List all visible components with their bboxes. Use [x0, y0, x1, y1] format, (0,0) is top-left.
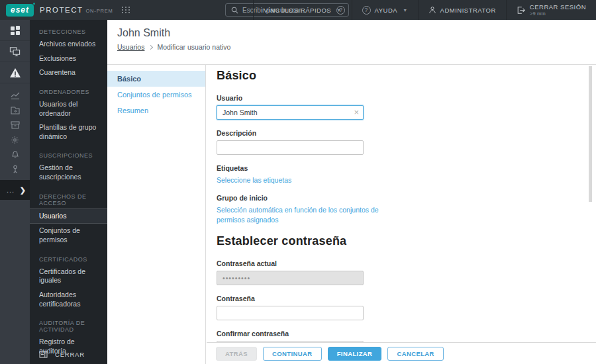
- top-bar: eset PROTECT ON-PREM ? VÍNCULOS RÁPIDOS …: [0, 0, 596, 20]
- menu-section-header: ORDENADORES: [30, 80, 107, 97]
- sidebar-menu: DETECCIONES Archivos enviados Exclusione…: [30, 20, 107, 364]
- breadcrumb: Usuarios Modificar usuario nativo: [117, 43, 596, 51]
- user-icon: [428, 6, 436, 14]
- collapse-icon: [39, 351, 48, 358]
- session-timer: >9 min: [530, 11, 586, 17]
- section-heading-basico: Básico: [217, 69, 596, 83]
- sidebar-item-archivos-enviados[interactable]: Archivos enviados: [30, 37, 107, 52]
- quick-links-menu[interactable]: VÍNCULOS RÁPIDOS ▼: [253, 0, 351, 20]
- eset-logo: eset: [6, 4, 34, 17]
- menu-section-header: DERECHOS DE ACCESO: [30, 185, 107, 208]
- etiquetas-label: Etiquetas: [217, 164, 596, 172]
- help-menu[interactable]: ? AYUDA ▼: [352, 0, 418, 20]
- section-heading-contrasena: Establecer contraseña: [217, 234, 596, 248]
- sidebar-item-cuarentena[interactable]: Cuarentena: [30, 66, 107, 80]
- sidebar-item-more[interactable]: ... ❯: [0, 180, 30, 200]
- topnav: VÍNCULOS RÁPIDOS ▼ ? AYUDA ▼ ADMINISTRAT…: [253, 0, 596, 20]
- sidebar-item-notifications[interactable]: [0, 147, 30, 161]
- clear-input-icon[interactable]: ×: [354, 107, 359, 117]
- user-menu[interactable]: ADMINISTRATOR: [418, 0, 506, 20]
- policies-icon: [11, 136, 19, 144]
- sidebar-item-certificados-iguales[interactable]: Certificados de iguales: [30, 265, 107, 288]
- product-edition: ON-PREM: [85, 8, 113, 14]
- detections-icon: [9, 68, 21, 78]
- sidebar-item-plantillas-grupo[interactable]: Plantillas de grupo dinámico: [30, 120, 107, 144]
- breadcrumb-usuarios-link[interactable]: Usuarios: [117, 43, 144, 51]
- wizard-step-conjuntos-permisos[interactable]: Conjuntos de permisos: [107, 87, 205, 103]
- page-title: John Smith: [117, 27, 596, 39]
- usuario-label: Usuario: [217, 94, 596, 102]
- search-icon: [231, 7, 238, 14]
- logout-icon: [517, 6, 526, 15]
- help-icon: ?: [362, 6, 371, 15]
- sidebar-item-computers[interactable]: [0, 41, 30, 62]
- continue-button[interactable]: CONTINUAR: [263, 347, 322, 361]
- product-name: PROTECT: [40, 6, 83, 14]
- sidebar-item-installers[interactable]: [0, 118, 30, 132]
- sidebar-icon-strip: ... ❯: [0, 20, 30, 364]
- tasks-icon: [11, 107, 20, 114]
- sidebar-item-policies[interactable]: [0, 132, 30, 147]
- scrollbar-thumb[interactable]: [589, 66, 592, 202]
- sidebar-item-status-overview[interactable]: [0, 161, 30, 176]
- chevron-right-icon: [148, 44, 153, 49]
- form-pane: Básico Usuario × Descripción Etiquetas S…: [207, 65, 596, 342]
- grupo-inicio-link[interactable]: Selección automática en función de los c…: [217, 205, 385, 225]
- chevron-down-icon: ▼: [336, 8, 341, 13]
- logout-button[interactable]: CERRAR SESIÓN >9 min: [506, 0, 596, 20]
- menu-section-header: DETECCIONES: [30, 20, 107, 37]
- sidebar-item-conjuntos-permisos[interactable]: Conjuntos de permisos: [30, 224, 107, 247]
- finish-button[interactable]: FINALIZAR: [328, 347, 382, 361]
- status-overview-icon: [11, 165, 19, 173]
- installers-icon: [11, 121, 20, 129]
- wizard-step-basico[interactable]: Básico: [107, 71, 205, 87]
- dashboard-icon: [10, 25, 21, 36]
- contrasena-actual-input: [217, 271, 364, 285]
- wizard-step-resumen[interactable]: Resumen: [107, 103, 205, 118]
- contrasena-label: Contraseña: [217, 295, 596, 302]
- sidebar-item-detections[interactable]: [0, 62, 30, 83]
- chevron-right-icon: ❯: [20, 186, 26, 195]
- descripcion-input[interactable]: [217, 140, 364, 155]
- breadcrumb-current: Modificar usuario nativo: [157, 43, 230, 51]
- chevron-down-icon: ▼: [403, 8, 407, 13]
- menu-section-header: ADMIN: [30, 359, 107, 364]
- usuario-input[interactable]: [217, 105, 364, 120]
- sidebar-item-usuarios[interactable]: Usuarios: [30, 208, 107, 224]
- computers-icon: [9, 46, 21, 57]
- sidebar-item-gestion-suscripciones[interactable]: Gestión de suscripciones: [30, 161, 107, 184]
- sidebar-item-reports[interactable]: [0, 89, 30, 103]
- contrasena-input[interactable]: [217, 306, 364, 320]
- wizard-steps-nav: Básico Conjuntos de permisos Resumen: [107, 65, 206, 364]
- confirmar-contrasena-label: Confirmar contraseña: [217, 330, 596, 338]
- content-header: John Smith Usuarios Modificar usuario na…: [107, 20, 596, 64]
- back-button: ATRÁS: [216, 347, 257, 361]
- more-icon: ...: [7, 186, 15, 194]
- sidebar-item-autoridades-certificadoras[interactable]: Autoridades certificadoras: [30, 288, 107, 311]
- sidebar-item-dashboard[interactable]: [0, 20, 30, 41]
- menu-section-header: SUSCRIPCIONES: [30, 144, 107, 161]
- logout-label: CERRAR SESIÓN: [530, 3, 586, 11]
- cancel-button[interactable]: CANCELAR: [387, 347, 444, 361]
- sidebar-item-tasks[interactable]: [0, 103, 30, 118]
- sidebar-item-exclusiones[interactable]: Exclusiones: [30, 52, 107, 66]
- reports-icon: [11, 92, 20, 100]
- descripcion-label: Descripción: [217, 129, 596, 137]
- seleccionar-etiquetas-link[interactable]: Seleccione las etiquetas: [217, 175, 385, 185]
- sidebar-item-usuarios-ordenador[interactable]: Usuarios del ordenador: [30, 97, 107, 120]
- contrasena-actual-label: Contraseña actual: [217, 259, 596, 267]
- menu-section-header: CERTIFICADOS: [30, 248, 107, 265]
- wizard-footer: ATRÁS CONTINUAR FINALIZAR CANCELAR: [207, 342, 596, 364]
- menu-section-header: AUDITORÍA DE ACTIVIDAD: [30, 311, 107, 335]
- grupo-inicio-label: Grupo de inicio: [217, 194, 596, 202]
- apps-grid-icon[interactable]: [122, 7, 130, 13]
- notifications-icon: [11, 150, 19, 159]
- collapse-sidebar-button[interactable]: CERRAR: [39, 351, 85, 358]
